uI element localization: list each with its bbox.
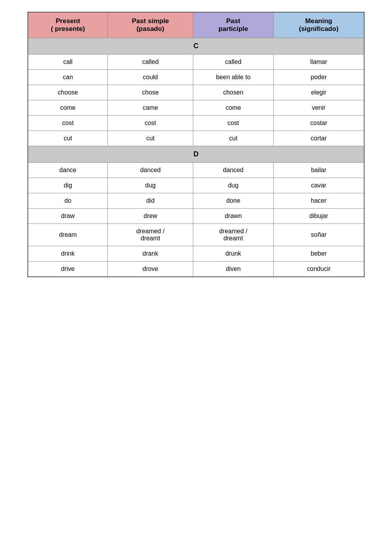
- section-header-row: D: [28, 146, 364, 163]
- header-meaning: Meaning(significado): [274, 12, 364, 38]
- cell-present: drink: [28, 246, 108, 262]
- section-letter: D: [28, 146, 364, 163]
- verb-table: Present( presente) Past simple(pasado) P…: [27, 12, 365, 277]
- cell-past_simple: came: [108, 100, 193, 116]
- table-row: dancedanceddancedbailar: [28, 163, 364, 178]
- table-row: drivedrovedivenconducir: [28, 262, 364, 277]
- cell-meaning: beber: [274, 246, 364, 262]
- cell-present: choose: [28, 85, 108, 100]
- cell-past_participle: drunk: [193, 246, 273, 262]
- cell-past_simple: dreamed /dreamt: [108, 224, 193, 246]
- cell-present: do: [28, 193, 108, 209]
- cell-past_simple: dug: [108, 178, 193, 193]
- section-header-row: C: [28, 38, 364, 54]
- cell-meaning: costar: [274, 116, 364, 131]
- section-letter: C: [28, 38, 364, 54]
- header-past-participle: Pastparticiple: [193, 12, 273, 38]
- cell-past_participle: dreamed /dreamt: [193, 224, 273, 246]
- cell-past_participle: cost: [193, 116, 273, 131]
- cell-meaning: soñar: [274, 224, 364, 246]
- cell-past_participle: dug: [193, 178, 273, 193]
- table-row: digdugdugcavar: [28, 178, 364, 193]
- cell-meaning: bailar: [274, 163, 364, 178]
- cell-past_simple: cost: [108, 116, 193, 131]
- cell-past_participle: diven: [193, 262, 273, 277]
- cell-present: dream: [28, 224, 108, 246]
- cell-present: drive: [28, 262, 108, 277]
- cell-past_simple: called: [108, 54, 193, 70]
- cell-past_simple: did: [108, 193, 193, 209]
- cell-past_simple: drank: [108, 246, 193, 262]
- cell-past_simple: drew: [108, 209, 193, 224]
- cell-meaning: cavar: [274, 178, 364, 193]
- cell-past_participle: come: [193, 100, 273, 116]
- cell-meaning: dibujar: [274, 209, 364, 224]
- table-row: cutcutcutcortar: [28, 131, 364, 146]
- cell-past_participle: done: [193, 193, 273, 209]
- cell-meaning: poder: [274, 70, 364, 85]
- cell-past_simple: danced: [108, 163, 193, 178]
- cell-present: cost: [28, 116, 108, 131]
- cell-present: can: [28, 70, 108, 85]
- cell-past_participle: chosen: [193, 85, 273, 100]
- cell-past_participle: danced: [193, 163, 273, 178]
- main-container: Present( presente) Past simple(pasado) P…: [27, 12, 365, 277]
- table-row: comecamecomevenir: [28, 100, 364, 116]
- cell-meaning: cortar: [274, 131, 364, 146]
- cell-present: dig: [28, 178, 108, 193]
- cell-past_participle: called: [193, 54, 273, 70]
- table-row: cancouldbeen able topoder: [28, 70, 364, 85]
- cell-past_simple: cut: [108, 131, 193, 146]
- table-header-row: Present( presente) Past simple(pasado) P…: [28, 12, 364, 38]
- cell-past_simple: chose: [108, 85, 193, 100]
- cell-meaning: conducir: [274, 262, 364, 277]
- table-row: choosechosechosenelegir: [28, 85, 364, 100]
- cell-past_simple: drove: [108, 262, 193, 277]
- cell-meaning: elegir: [274, 85, 364, 100]
- table-row: dreamdreamed /dreamtdreamed /dreamtsoñar: [28, 224, 364, 246]
- header-past-simple: Past simple(pasado): [108, 12, 193, 38]
- table-row: callcalledcalledllamar: [28, 54, 364, 70]
- cell-past_participle: been able to: [193, 70, 273, 85]
- table-row: drinkdrankdrunkbeber: [28, 246, 364, 262]
- cell-present: draw: [28, 209, 108, 224]
- table-row: costcostcostcostar: [28, 116, 364, 131]
- table-row: drawdrewdrawndibujar: [28, 209, 364, 224]
- cell-meaning: venir: [274, 100, 364, 116]
- cell-past_participle: cut: [193, 131, 273, 146]
- cell-present: come: [28, 100, 108, 116]
- cell-meaning: llamar: [274, 54, 364, 70]
- cell-past_participle: drawn: [193, 209, 273, 224]
- cell-past_simple: could: [108, 70, 193, 85]
- cell-present: cut: [28, 131, 108, 146]
- header-present: Present( presente): [28, 12, 108, 38]
- cell-present: call: [28, 54, 108, 70]
- cell-meaning: hacer: [274, 193, 364, 209]
- table-row: dodiddonehacer: [28, 193, 364, 209]
- cell-present: dance: [28, 163, 108, 178]
